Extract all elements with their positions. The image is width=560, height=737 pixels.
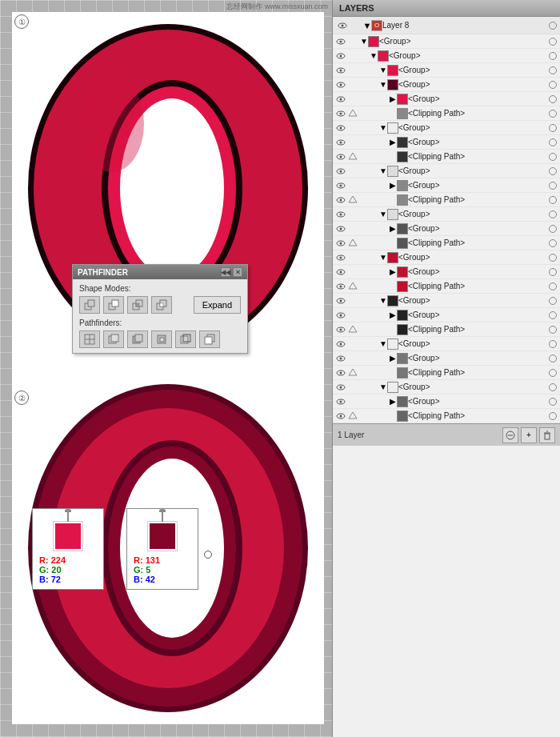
layer-expand-arrow[interactable]: ▼ [379,210,387,218]
expand-button[interactable]: Expand [194,296,241,314]
drag-handle[interactable] [204,551,212,559]
layer-eye[interactable] [334,280,347,293]
layer-visibility-dot[interactable] [549,124,557,132]
layer-visibility-dot[interactable] [549,38,557,46]
layer-expand-arrow[interactable]: ▼ [370,52,378,60]
layer-visibility-dot[interactable] [549,383,557,391]
layer-expand-arrow[interactable]: ▶ [389,182,397,190]
layer-visibility-dot[interactable] [549,354,557,362]
layer-visibility-dot[interactable] [549,268,557,276]
layer-visibility-dot[interactable] [549,138,557,146]
layer-row[interactable]: ▼<Group> [333,207,560,222]
layer-eye[interactable] [334,50,347,62]
layer-row[interactable]: <Clipping Path> [333,279,560,294]
layer-row[interactable]: ▼<Group> [333,164,560,178]
layer-expand-arrow[interactable]: ▼ [379,124,387,132]
layer-eye[interactable] [334,352,347,365]
layer-visibility-dot[interactable] [549,239,557,247]
trim-btn[interactable] [103,330,124,348]
layer-visibility-dot[interactable] [549,254,557,262]
layer-visibility-dot[interactable] [549,412,557,420]
layer-visibility-dot[interactable] [549,196,557,204]
layer-eye[interactable] [334,323,347,336]
layer-visibility-dot[interactable] [549,81,557,89]
layer-visibility-dot[interactable] [549,297,557,305]
panel-collapse-btn[interactable]: ◀◀ [221,267,230,277]
layer-eye[interactable] [334,222,347,235]
layer-eye[interactable] [334,35,347,48]
layer-expand-arrow[interactable]: ▶ [389,95,397,103]
layer-visibility-dot[interactable] [549,110,557,118]
layer-eye[interactable] [334,294,347,307]
layer-eye[interactable] [334,208,347,221]
panel-close-btn[interactable]: ✕ [233,267,242,277]
layer-visibility-dot[interactable] [549,398,557,406]
exclude-btn[interactable] [151,296,172,314]
layer-expand-arrow[interactable]: ▶ [389,311,397,319]
layer-eye[interactable] [334,136,347,149]
layer-expand-arrow[interactable]: ▼ [360,38,368,46]
layer-expand-arrow[interactable]: ▶ [389,138,397,146]
layer-eye[interactable] [334,64,347,77]
layer-eye[interactable] [334,366,347,379]
layer-eye[interactable] [334,78,347,91]
layer-expand-arrow[interactable]: ▼ [379,66,387,74]
layer-expand-arrow[interactable]: ▼ [379,254,387,262]
layer-row[interactable]: <Clipping Path> [333,106,560,121]
layer-visibility-dot[interactable] [549,225,557,233]
layer-row[interactable]: ▼<Group> [333,121,560,135]
layer-visibility-dot[interactable] [549,66,557,74]
layer-expand-arrow[interactable]: ▼ [379,167,387,175]
outline-btn[interactable] [175,330,196,348]
merge-btn[interactable] [127,330,148,348]
layer-eye[interactable] [334,410,347,423]
layer-visibility-dot[interactable] [549,52,557,60]
layer-visibility-dot[interactable] [549,167,557,175]
layer-eye[interactable] [334,93,347,106]
delete-layer-btn[interactable] [539,427,555,443]
layer-visibility-dot[interactable] [549,282,557,290]
layer-row[interactable]: ▶<Group> [333,351,560,366]
layer-row[interactable]: ▼<Group> [333,49,560,63]
intersect-btn[interactable] [127,296,148,314]
layer-expand-arrow[interactable]: ▼ [379,297,387,305]
layer-row[interactable]: ▼<Group> [333,294,560,308]
layer-eye[interactable] [334,309,347,322]
layer-row[interactable]: ▶<Group> [333,222,560,236]
layer-radio-main[interactable] [549,22,557,30]
layer-visibility-dot[interactable] [549,95,557,103]
layer-expand-arrow[interactable]: ▼ [379,81,387,89]
layer-eye[interactable] [334,107,347,120]
layer-row[interactable]: ▼<Group> [333,63,560,78]
layer-eye[interactable] [334,194,347,206]
layer-eye[interactable] [334,381,347,394]
layer-eye-main[interactable] [336,19,349,32]
layer-row[interactable]: ▶<Group> [333,178,560,193]
layer-eye[interactable] [334,165,347,178]
divide-btn[interactable] [79,330,100,348]
layer-row[interactable]: <Clipping Path> [333,236,560,250]
layer-row[interactable]: ▼<Group> [333,380,560,395]
layer-row[interactable]: ▼<Group> [333,78,560,92]
layer-eye[interactable] [334,237,347,250]
layer-row[interactable]: <Clipping Path> [333,193,560,207]
layer-expand-arrow[interactable]: ▼ [379,340,387,348]
layer-eye[interactable] [334,122,347,134]
layer-row[interactable]: ▼<Group> [333,34,560,49]
layer-row[interactable]: ▶<Group> [333,395,560,409]
layer-eye[interactable] [334,179,347,192]
layer-visibility-dot[interactable] [549,182,557,190]
layer-row[interactable]: <Clipping Path> [333,150,560,164]
layer-visibility-dot[interactable] [549,210,557,218]
layer-row[interactable]: ▶<Group> [333,135,560,150]
layer-row[interactable]: <Clipping Path> [333,322,560,337]
make-clipping-btn[interactable] [502,427,518,443]
layer-visibility-dot[interactable] [549,340,557,348]
layer-row[interactable]: ▶<Group> [333,308,560,322]
crop-btn[interactable] [151,330,172,348]
unite-btn[interactable] [79,296,100,314]
layer-visibility-dot[interactable] [549,311,557,319]
minus-back-btn[interactable] [199,330,220,348]
layer-main-row[interactable]: ▼ O Layer 8 [333,17,560,34]
layer-visibility-dot[interactable] [549,153,557,161]
